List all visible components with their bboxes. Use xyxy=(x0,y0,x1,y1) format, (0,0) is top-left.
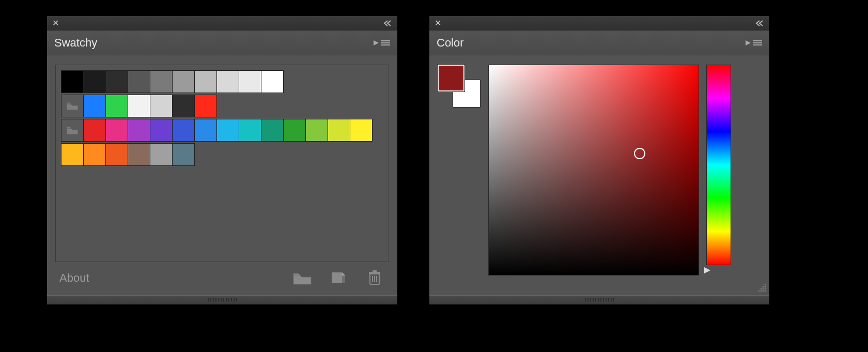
panel-topbar: ✕ xyxy=(429,16,769,30)
swatch[interactable] xyxy=(172,95,195,117)
swatch[interactable] xyxy=(105,119,128,142)
svg-point-12 xyxy=(765,284,766,286)
saturation-value-field[interactable] xyxy=(488,65,699,276)
panel-topbar: ✕ xyxy=(47,16,397,30)
swatch[interactable] xyxy=(105,70,128,93)
svg-point-16 xyxy=(763,288,764,290)
swatch[interactable] xyxy=(216,70,239,93)
hue-indicator-icon[interactable] xyxy=(704,266,710,276)
swatch[interactable] xyxy=(239,70,261,93)
hue-column xyxy=(706,65,731,276)
swatch[interactable] xyxy=(305,119,328,142)
svg-point-19 xyxy=(761,290,762,292)
swatch[interactable] xyxy=(283,119,306,142)
swatch[interactable] xyxy=(328,119,350,142)
swatchy-body: About xyxy=(47,55,397,295)
swatch[interactable] xyxy=(239,119,261,142)
close-icon[interactable]: ✕ xyxy=(52,19,59,27)
flyout-menu-icon[interactable] xyxy=(746,40,762,46)
swatch-row xyxy=(61,95,383,117)
swatch-row xyxy=(61,70,383,93)
swatch[interactable] xyxy=(172,143,195,166)
collapse-icon[interactable] xyxy=(755,20,764,26)
color-body xyxy=(429,55,769,295)
swatch[interactable] xyxy=(150,95,173,117)
swatch-folder-icon[interactable] xyxy=(61,119,84,142)
panel-tabbar: Color xyxy=(429,30,769,55)
swatch[interactable] xyxy=(83,143,106,166)
folder-icon[interactable] xyxy=(292,269,313,287)
hue-slider[interactable] xyxy=(706,65,731,265)
swatch[interactable] xyxy=(83,70,106,93)
panel-title: Swatchy xyxy=(54,36,97,50)
swatch[interactable] xyxy=(150,143,173,166)
swatch[interactable] xyxy=(172,119,195,142)
svg-point-15 xyxy=(761,288,762,290)
color-panel: ✕ Color xyxy=(429,16,770,305)
svg-rect-8 xyxy=(373,270,377,272)
svg-point-17 xyxy=(765,288,766,290)
close-icon[interactable]: ✕ xyxy=(435,19,441,27)
swatch[interactable] xyxy=(61,143,84,166)
swatch[interactable] xyxy=(83,95,106,117)
svg-rect-7 xyxy=(369,272,380,274)
svg-point-21 xyxy=(765,290,766,292)
swatch[interactable] xyxy=(172,70,195,93)
panel-title: Color xyxy=(437,36,464,50)
swatch[interactable] xyxy=(194,119,217,142)
new-swatch-icon[interactable] xyxy=(328,269,349,287)
resize-grip-bar[interactable] xyxy=(47,295,397,304)
about-link[interactable]: About xyxy=(59,271,89,285)
swatch[interactable] xyxy=(61,70,84,93)
resize-grip-bar[interactable] xyxy=(429,295,769,304)
foreground-background-chips xyxy=(438,65,481,118)
collapse-icon[interactable] xyxy=(383,20,392,26)
swatch[interactable] xyxy=(128,70,150,93)
svg-point-13 xyxy=(763,286,764,288)
resize-corner-icon[interactable] xyxy=(757,283,767,293)
svg-point-20 xyxy=(763,290,764,292)
swatch[interactable] xyxy=(105,143,128,166)
swatch-row xyxy=(61,119,383,141)
swatch[interactable] xyxy=(194,95,217,117)
footer-icon-group xyxy=(292,269,385,287)
swatch[interactable] xyxy=(83,119,106,142)
swatch[interactable] xyxy=(261,119,284,142)
swatch[interactable] xyxy=(261,70,284,93)
swatch[interactable] xyxy=(216,119,239,142)
foreground-color-chip[interactable] xyxy=(438,65,464,91)
swatch-row xyxy=(61,143,383,165)
swatch-folder-icon[interactable] xyxy=(61,95,84,117)
swatch[interactable] xyxy=(128,143,150,166)
svg-point-14 xyxy=(765,286,766,288)
swatch[interactable] xyxy=(150,70,173,93)
swatch[interactable] xyxy=(128,95,150,117)
swatch[interactable] xyxy=(150,119,173,142)
swatch[interactable] xyxy=(105,95,128,117)
trash-icon[interactable] xyxy=(364,269,385,287)
flyout-menu-icon[interactable] xyxy=(374,40,390,46)
swatchy-panel: ✕ Swatchy About xyxy=(47,16,398,305)
svg-point-18 xyxy=(758,290,760,292)
swatchy-footer: About xyxy=(55,262,389,289)
swatch[interactable] xyxy=(350,119,373,142)
panel-tabbar: Swatchy xyxy=(47,30,397,55)
swatch-well xyxy=(55,65,389,262)
swatch[interactable] xyxy=(194,70,217,93)
swatch[interactable] xyxy=(128,119,150,142)
